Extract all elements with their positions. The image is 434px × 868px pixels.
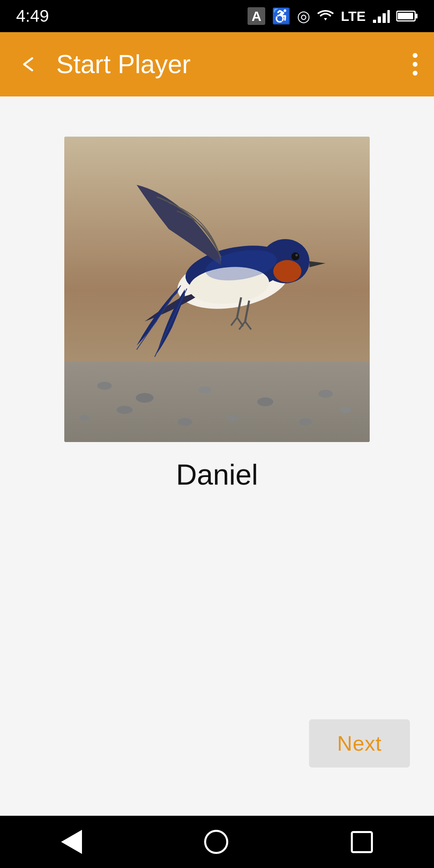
svg-rect-1	[378, 16, 381, 23]
page-title: Start Player	[56, 49, 408, 79]
notification-a-icon: A	[248, 7, 265, 25]
svg-point-19	[299, 418, 312, 426]
main-content: Daniel Next	[0, 96, 434, 816]
accessibility-icon: ♿	[272, 7, 291, 25]
svg-point-20	[178, 418, 192, 426]
status-time: 4:49	[16, 6, 49, 26]
next-button-container: Next	[309, 719, 410, 768]
next-button[interactable]: Next	[309, 719, 410, 768]
svg-point-7	[413, 53, 418, 58]
app-bar: Start Player	[0, 32, 434, 96]
svg-point-22	[80, 415, 89, 421]
svg-point-18	[117, 406, 133, 414]
svg-point-26	[273, 260, 301, 283]
nav-bar	[0, 816, 434, 868]
recents-nav-icon	[351, 831, 373, 853]
back-nav-icon	[61, 830, 82, 854]
status-icons: A ♿ ◎ LTE	[248, 7, 418, 25]
more-options-button[interactable]	[408, 48, 422, 80]
svg-point-21	[340, 407, 351, 413]
lte-icon: LTE	[341, 8, 366, 24]
wifi-icon	[317, 8, 334, 24]
home-nav-icon	[204, 830, 228, 854]
svg-point-28	[291, 252, 299, 260]
svg-point-15	[257, 397, 273, 406]
recents-nav-button[interactable]	[343, 823, 381, 861]
svg-point-13	[136, 393, 154, 403]
svg-rect-5	[398, 13, 413, 19]
svg-point-29	[295, 254, 298, 256]
battery-icon	[396, 10, 418, 23]
radar-icon: ◎	[297, 7, 310, 25]
signal-icon	[372, 8, 390, 24]
svg-point-9	[413, 71, 418, 76]
bird-name-label: Daniel	[176, 458, 258, 491]
back-button[interactable]	[12, 50, 44, 78]
svg-point-16	[318, 390, 333, 398]
status-bar: 4:49 A ♿ ◎ LTE	[0, 0, 434, 32]
bird-image	[64, 137, 370, 442]
home-nav-button[interactable]	[196, 822, 236, 862]
svg-point-8	[413, 62, 418, 67]
svg-rect-0	[373, 20, 376, 23]
svg-rect-3	[387, 10, 390, 23]
svg-point-17	[227, 415, 239, 421]
svg-rect-2	[383, 13, 386, 23]
svg-rect-11	[64, 362, 370, 442]
back-nav-button[interactable]	[53, 822, 90, 862]
svg-point-14	[199, 386, 211, 393]
svg-point-12	[97, 382, 112, 390]
svg-rect-6	[416, 14, 418, 18]
